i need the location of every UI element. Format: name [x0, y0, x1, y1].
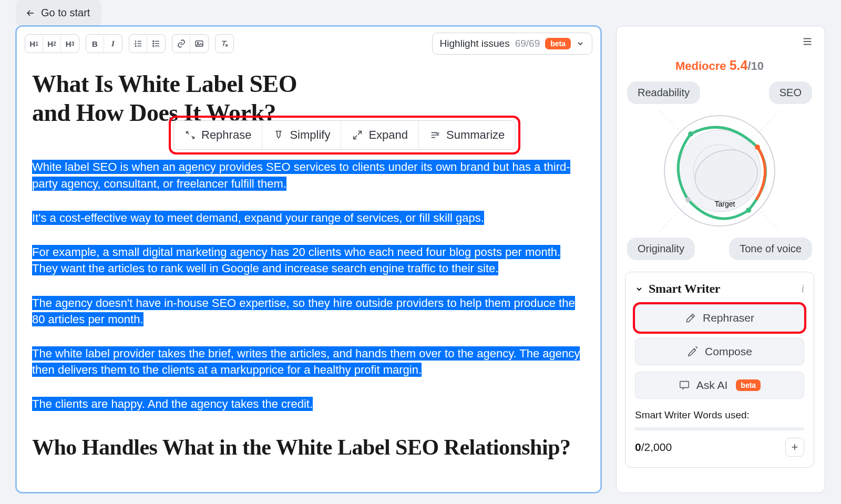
- h2-button[interactable]: H2: [43, 35, 61, 53]
- chevron-down-icon: [576, 39, 584, 48]
- radar-target-tag: Target: [715, 200, 735, 208]
- compose-icon: [687, 346, 699, 357]
- radar-svg: Target: [649, 100, 791, 242]
- image-button[interactable]: [190, 35, 208, 53]
- arrow-left-icon: [25, 8, 36, 18]
- svg-point-11: [688, 131, 693, 137]
- highlight-issues-count: 69/69: [515, 38, 540, 49]
- words-used-value: 0/2,000: [635, 441, 672, 454]
- score-label: Mediocre: [675, 59, 726, 73]
- compose-label: Compose: [705, 345, 752, 358]
- smart-writer-card: Smart Writer i Rephraser Compose Ask AI: [625, 272, 814, 468]
- editor-toolbar: H1 H2 H3 B I: [16, 26, 601, 60]
- h1-button[interactable]: H1: [25, 35, 43, 53]
- ol-button[interactable]: [129, 35, 147, 53]
- go-to-start-button[interactable]: Go to start: [16, 0, 101, 26]
- side-panel: Mediocre 5.4/10 Readability SEO Original…: [616, 26, 825, 493]
- paragraph-3[interactable]: For example, a small digital marketing a…: [32, 245, 560, 275]
- paragraph-5b[interactable]: for a healthy profit margin.: [284, 363, 422, 377]
- score-value: 5.4: [730, 58, 748, 73]
- score-line: Mediocre 5.4/10: [617, 58, 823, 73]
- svg-point-1: [153, 43, 154, 44]
- paragraph-6[interactable]: The clients are happy. And the agency ta…: [32, 397, 313, 411]
- paragraph-5-markup[interactable]: markupprice: [220, 363, 284, 378]
- topbar: Go to start: [0, 0, 841, 26]
- chat-icon: [679, 379, 690, 391]
- summarize-button[interactable]: Summarize: [419, 121, 515, 149]
- words-used-bar: [635, 427, 804, 430]
- paragraph-2[interactable]: It's a cost-effective way to meet demand…: [32, 211, 484, 225]
- chevron-down-icon[interactable]: [635, 285, 643, 293]
- svg-point-12: [755, 145, 760, 150]
- format-group: B I: [86, 34, 122, 53]
- rephraser-icon: [685, 312, 696, 324]
- summarize-icon: [429, 129, 441, 141]
- expand-label: Expand: [368, 128, 408, 142]
- svg-point-4: [198, 42, 199, 43]
- clear-group: [215, 34, 234, 53]
- expand-icon: [352, 129, 363, 141]
- score-max: /10: [747, 59, 764, 73]
- smart-writer-title: Smart Writer: [649, 282, 720, 296]
- svg-point-14: [685, 197, 691, 202]
- svg-point-0: [153, 41, 154, 42]
- svg-rect-15: [680, 382, 689, 388]
- info-icon[interactable]: i: [801, 283, 804, 295]
- simplify-icon: [273, 129, 284, 141]
- add-words-button[interactable]: +: [785, 438, 804, 457]
- rephrase-button[interactable]: Rephrase: [174, 121, 262, 149]
- link-button[interactable]: [172, 35, 190, 53]
- highlight-issues-dropdown[interactable]: Highlight issues 69/69 beta: [432, 33, 592, 55]
- summarize-label: Summarize: [446, 128, 505, 142]
- ul-button[interactable]: [147, 35, 165, 53]
- expand-button[interactable]: Expand: [341, 121, 419, 149]
- bold-button[interactable]: B: [86, 35, 104, 53]
- ask-ai-button[interactable]: Ask AI beta: [635, 372, 804, 399]
- rephraser-label: Rephraser: [703, 312, 754, 324]
- rephraser-button[interactable]: Rephraser: [635, 304, 804, 332]
- paragraph-4[interactable]: The agency doesn't have in-house SEO exp…: [32, 296, 575, 326]
- go-to-start-label: Go to start: [41, 7, 90, 19]
- radar-chart: Readability SEO Originality Tone of voic…: [627, 81, 812, 260]
- menu-icon[interactable]: [802, 36, 813, 47]
- beta-badge: beta: [545, 38, 571, 49]
- selection-menu-highlight: Rephrase Simplify Expand Summarize: [169, 116, 520, 155]
- ask-ai-label: Ask AI: [696, 379, 728, 392]
- h3-button[interactable]: H3: [61, 35, 79, 53]
- document-h2[interactable]: Who Handles What in the White Label SEO …: [32, 434, 585, 461]
- clear-format-button[interactable]: [216, 35, 233, 53]
- insert-group: [172, 34, 209, 53]
- selection-menu: Rephrase Simplify Expand Summarize: [173, 120, 516, 150]
- simplify-label: Simplify: [290, 128, 330, 142]
- editor-panel: H1 H2 H3 B I: [16, 26, 601, 493]
- heading-group: H1 H2 H3: [25, 34, 79, 53]
- ask-ai-beta-badge: beta: [736, 379, 761, 391]
- words-used-label: Smart Writer Words used:: [635, 409, 804, 421]
- italic-button[interactable]: I: [104, 35, 122, 53]
- rephrase-label: Rephrase: [201, 128, 251, 142]
- compose-button[interactable]: Compose: [635, 338, 804, 365]
- svg-point-2: [153, 46, 154, 47]
- simplify-button[interactable]: Simplify: [262, 121, 341, 149]
- highlight-issues-label: Highlight issues: [440, 38, 510, 49]
- svg-point-13: [746, 208, 751, 213]
- list-group: [129, 34, 166, 53]
- paragraph-1[interactable]: White label SEO is when an agency provid…: [32, 160, 570, 190]
- rephrase-icon: [184, 129, 196, 141]
